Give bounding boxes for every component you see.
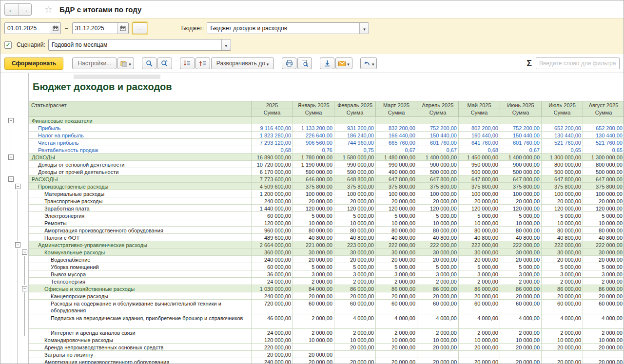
favorite-star-icon[interactable]: ☆ bbox=[44, 4, 53, 15]
value-cell: 40 800,00 bbox=[500, 234, 542, 241]
recalc-return-button[interactable] bbox=[360, 57, 377, 69]
value-cell[interactable]: 1 133 200,00 bbox=[293, 124, 334, 132]
row-label[interactable]: Коммунальные расходы bbox=[29, 249, 252, 256]
value-cell: 20 000,00 bbox=[459, 292, 500, 300]
tree-line bbox=[11, 292, 11, 300]
print-button[interactable] bbox=[282, 57, 296, 69]
value-cell: 40 800,00 bbox=[542, 234, 583, 241]
value-cell[interactable]: 0,75 bbox=[334, 146, 376, 153]
date-from-input[interactable] bbox=[5, 23, 50, 34]
calendar-icon[interactable] bbox=[117, 23, 128, 34]
value-cell[interactable]: 521 760,00 bbox=[542, 139, 583, 146]
value-cell[interactable]: 601 760,00 bbox=[500, 139, 542, 146]
value-cell[interactable]: 832 200,00 bbox=[376, 124, 417, 132]
settings-button[interactable]: Настройки... bbox=[72, 57, 117, 69]
value-cell[interactable]: 1 823 280,00 bbox=[252, 132, 293, 139]
scenario-checkbox[interactable] bbox=[4, 41, 12, 49]
value-cell: 100 000,00 bbox=[500, 190, 542, 197]
collapse-expander-icon[interactable]: − bbox=[22, 249, 27, 255]
row-label[interactable]: Офисные и хозяйственные расходы bbox=[29, 285, 252, 292]
collapse-expander-icon[interactable]: − bbox=[15, 184, 20, 189]
row-label[interactable]: Налог на прибыль bbox=[29, 132, 252, 139]
value-cell[interactable]: 0,67 bbox=[500, 146, 542, 153]
collapse-expander-icon[interactable]: − bbox=[8, 154, 14, 160]
chevron-down-icon[interactable] bbox=[221, 39, 231, 50]
value-cell[interactable]: 641 760,00 bbox=[459, 139, 500, 146]
value-cell: 46 000,00 bbox=[252, 314, 293, 329]
value-cell: 222 000,00 bbox=[542, 241, 583, 249]
collapse-groups-button[interactable] bbox=[195, 57, 210, 69]
value-cell[interactable]: 0,76 bbox=[293, 146, 334, 153]
value-cell[interactable]: 601 760,00 bbox=[417, 139, 459, 146]
value-cell[interactable]: 752 200,00 bbox=[417, 124, 459, 132]
scenario-input[interactable] bbox=[49, 39, 221, 50]
value-cell[interactable]: 7 293 120,00 bbox=[252, 139, 293, 146]
collapse-expander-icon[interactable]: − bbox=[8, 176, 14, 182]
value-cell[interactable]: 0,68 bbox=[252, 146, 293, 153]
row-label[interactable]: Рентабельность продаж bbox=[29, 146, 252, 153]
value-cell[interactable]: 802 200,00 bbox=[459, 124, 500, 132]
calendar-icon[interactable] bbox=[50, 23, 60, 34]
value-cell[interactable]: 166 440,00 bbox=[376, 132, 417, 139]
collapse-expander-icon[interactable]: − bbox=[8, 118, 14, 123]
generate-button[interactable]: Сформировать bbox=[4, 57, 63, 70]
value-cell[interactable]: 0,67 bbox=[376, 146, 417, 153]
value-cell[interactable]: 186 240,00 bbox=[334, 132, 376, 139]
row-label[interactable]: РАСХОДЫ bbox=[29, 175, 252, 183]
value-cell[interactable]: 652 200,00 bbox=[542, 124, 583, 132]
value-cell[interactable]: 906 560,00 bbox=[293, 139, 334, 146]
collapse-expander-icon[interactable]: − bbox=[15, 242, 20, 248]
value-cell[interactable]: 9 116 400,00 bbox=[252, 124, 293, 132]
forward-button[interactable]: → bbox=[18, 4, 31, 15]
print-preview-button[interactable] bbox=[297, 57, 312, 69]
tree-line bbox=[18, 256, 18, 263]
back-button[interactable]: ← bbox=[5, 4, 18, 15]
value-cell[interactable]: 0,65 bbox=[583, 146, 624, 153]
value-cell[interactable]: 521 760,00 bbox=[583, 139, 624, 146]
row-label[interactable]: Финансовые показатели bbox=[29, 117, 252, 124]
value-cell[interactable]: 130 440,00 bbox=[542, 132, 583, 139]
expand-to-button[interactable]: Разворачивать до bbox=[211, 57, 274, 69]
row-label[interactable]: Административно-управленческие расходы bbox=[29, 241, 252, 249]
row-label[interactable]: Прибыль bbox=[29, 124, 252, 132]
row-label[interactable]: ДОХОДЫ bbox=[29, 153, 252, 161]
column-subheader-label: Сумма bbox=[417, 109, 459, 117]
date-to-input[interactable] bbox=[73, 23, 117, 34]
value-cell: 120 000,00 bbox=[583, 205, 624, 212]
chevron-down-icon[interactable] bbox=[359, 23, 369, 34]
save-settings-button[interactable] bbox=[117, 57, 134, 69]
value-cell[interactable]: 130 440,00 bbox=[583, 132, 624, 139]
value-cell[interactable]: 931 200,00 bbox=[334, 124, 376, 132]
value-cell[interactable]: 150 440,00 bbox=[500, 132, 542, 139]
expand-groups-button[interactable] bbox=[180, 57, 195, 69]
search-button[interactable] bbox=[142, 57, 156, 69]
table-row: Транспортные расходы240 000,0020 000,002… bbox=[4, 197, 624, 205]
report-toolbar: Сформировать Настройки... bbox=[0, 54, 624, 73]
column-header: Июнь 2025Сумма bbox=[500, 101, 542, 117]
row-label[interactable]: Производственные расходы bbox=[29, 183, 252, 190]
budget-input[interactable] bbox=[207, 23, 359, 34]
send-mail-button[interactable] bbox=[335, 57, 352, 69]
value-cell: 120 000,00 bbox=[293, 205, 334, 212]
sigma-autosum-icon: Σ bbox=[526, 58, 532, 69]
value-cell[interactable]: 652 200,00 bbox=[583, 124, 624, 132]
value-cell[interactable]: 0,65 bbox=[542, 146, 583, 153]
search-next-button[interactable] bbox=[157, 57, 172, 69]
value-cell[interactable]: 160 440,00 bbox=[459, 132, 500, 139]
value-cell[interactable]: 665 760,00 bbox=[376, 139, 417, 146]
row-label[interactable]: Чистая прибыль bbox=[29, 139, 252, 146]
tree-gutter: − bbox=[4, 183, 29, 190]
value-cell[interactable]: 0,67 bbox=[417, 146, 459, 153]
quick-filter-input[interactable] bbox=[536, 57, 620, 69]
value-cell[interactable]: 226 640,00 bbox=[293, 132, 334, 139]
value-cell[interactable]: 0,68 bbox=[459, 146, 500, 153]
value-cell[interactable]: 752 200,00 bbox=[500, 124, 542, 132]
collapse-expander-icon[interactable]: − bbox=[22, 286, 27, 291]
value-cell[interactable]: 150 440,00 bbox=[417, 132, 459, 139]
value-cell[interactable]: 744 960,00 bbox=[334, 139, 376, 146]
save-export-button[interactable] bbox=[320, 57, 334, 69]
period-more-button[interactable]: ... bbox=[133, 22, 147, 34]
value-cell: 86 000,00 bbox=[459, 285, 500, 292]
row-label: Амортизация непроизводственного оборудов… bbox=[29, 358, 252, 364]
tree-gutter bbox=[4, 351, 29, 358]
